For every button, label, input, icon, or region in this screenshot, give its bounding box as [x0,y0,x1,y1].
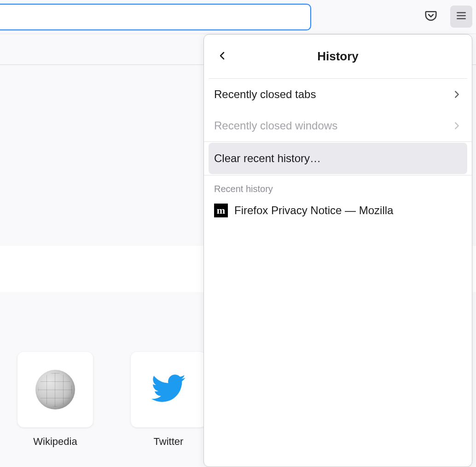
toolbar-buttons [420,6,472,28]
shortcut-tile [131,352,206,427]
recently-closed-tabs[interactable]: Recently closed tabs [209,79,467,110]
pocket-button[interactable] [420,6,442,28]
app-menu-button[interactable] [450,6,472,28]
recently-closed-windows: Recently closed windows [209,110,467,141]
back-button[interactable] [213,47,232,66]
history-panel: History Recently closed tabs Recently cl… [203,34,472,467]
url-bar[interactable] [0,4,311,30]
top-sites: Wikipedia Twitter [17,352,206,448]
shortcut-twitter[interactable]: Twitter [131,352,206,448]
hamburger-icon [455,10,467,23]
recent-history-section-label: Recent history [209,175,467,199]
shortcut-tile [17,352,93,427]
chevron-right-icon [452,121,462,131]
shortcut-label: Wikipedia [33,436,77,448]
browser-toolbar [0,0,476,34]
clear-recent-history[interactable]: Clear recent history… [209,143,467,174]
history-entry[interactable]: m Firefox Privacy Notice — Mozilla [209,199,467,222]
history-entry-title: Firefox Privacy Notice — Mozilla [234,204,393,217]
panel-header: History [209,35,467,79]
menu-row-label: Recently closed tabs [214,88,316,101]
menu-row-label: Clear recent history… [214,152,321,165]
chevron-right-icon [452,89,462,99]
shortcut-wikipedia[interactable]: Wikipedia [17,352,93,448]
panel-separator [204,141,472,142]
menu-row-label: Recently closed windows [214,119,337,132]
panel-title: History [317,49,359,64]
pocket-icon [424,9,438,24]
wikipedia-icon [35,370,75,409]
twitter-icon [150,370,187,409]
chevron-left-icon [217,50,228,63]
url-input[interactable] [0,5,310,29]
mozilla-icon: m [214,204,228,217]
shortcut-label: Twitter [154,436,184,448]
